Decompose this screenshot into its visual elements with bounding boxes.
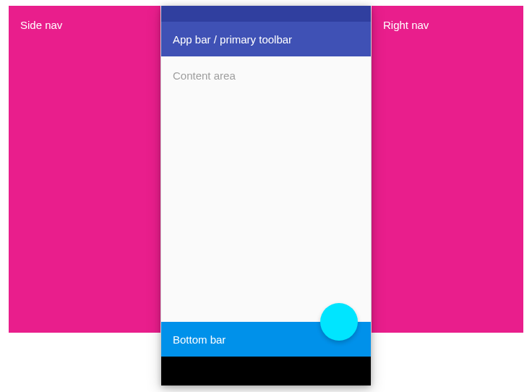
- content-area: Content area: [161, 56, 371, 322]
- floating-action-button[interactable]: [320, 303, 358, 341]
- device-frame: App bar / primary toolbar Content area B…: [161, 6, 371, 385]
- content-area-label: Content area: [173, 69, 236, 82]
- bottom-nav-bar: [161, 357, 371, 385]
- bottom-bar-label: Bottom bar: [173, 333, 226, 346]
- status-bar: [161, 6, 371, 22]
- right-nav-panel[interactable]: Right nav: [372, 6, 523, 333]
- app-bar-label: App bar / primary toolbar: [173, 33, 292, 46]
- side-nav-panel[interactable]: Side nav: [9, 6, 160, 333]
- right-nav-label: Right nav: [383, 19, 429, 31]
- app-bar[interactable]: App bar / primary toolbar: [161, 22, 371, 56]
- side-nav-label: Side nav: [20, 19, 62, 31]
